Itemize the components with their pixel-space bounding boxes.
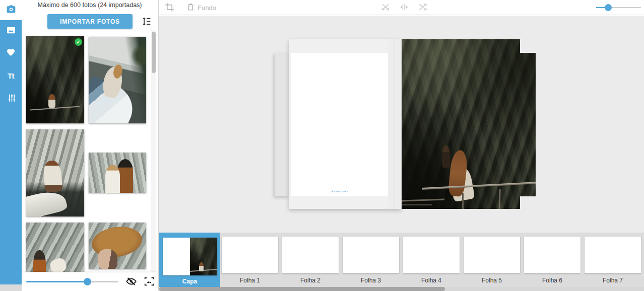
sidebar-tab-adjust[interactable] [0,87,22,109]
camera-icon [6,4,16,16]
layout-tools [380,2,428,14]
slider-fill [26,281,87,282]
flip-horizontal-icon[interactable] [399,2,409,14]
photo-used-check-icon: ✓ [75,38,82,46]
page-label: Folha 3 [343,277,399,284]
icon-sidebar: Tt [0,0,22,291]
cover-photo-lower-railing [402,204,432,205]
filmstrip-page-folha-7[interactable]: Folha 7 [585,233,641,284]
sidebar-tab-text[interactable]: Tt [0,64,22,87]
page-label: Folha 1 [222,277,278,284]
back-cover-page[interactable]: dreambooks [289,39,402,209]
cover-wrap-left-edge [275,53,289,196]
sidebar-tab-favorites[interactable] [0,42,22,64]
sidebar-tab-layouts[interactable] [0,20,22,42]
cover-photo-lower-railing [402,199,444,202]
photo-panel-bottom-bar [22,272,158,291]
filmstrip-page-folha-2[interactable]: Folha 2 [282,233,339,284]
cover-photo-man [442,145,450,168]
page-label: Folha 7 [585,277,641,284]
cover-photo-railing [422,182,538,190]
scrollbar-thumb[interactable] [152,32,156,73]
page-thumbnail[interactable] [343,237,399,273]
page-thumbnail[interactable] [282,237,339,273]
filmstrip-page-folha-1[interactable]: Folha 1 [222,233,278,284]
filmstrip-scrollbar [159,287,644,291]
editor-canvas[interactable]: dreambooks [159,16,644,233]
page-thumbnail[interactable] [585,237,641,273]
text-icon: Tt [8,71,14,80]
photobook-editor: Tt Máximo de 600 fotos (24 importadas) I… [0,0,644,291]
thumbnail-size-slider[interactable] [26,281,118,282]
filmstrip-page-folha-5[interactable]: Folha 5 [464,233,520,284]
slider-knob[interactable] [84,278,91,285]
editor-toolbar: Fundo [159,0,644,15]
photo-thumbnail-2[interactable] [89,37,146,123]
filmstrip-page-folha-6[interactable]: Folha 6 [524,233,581,284]
remove-background-button[interactable]: Fundo [186,2,216,13]
page-thumbnail[interactable] [222,237,278,273]
eye-off-icon [125,281,137,288]
picture-icon [6,25,16,37]
tune-icon [5,93,17,103]
book-spine [388,39,402,209]
cover-photo-railing-post [498,189,500,209]
page-label: Folha 6 [524,277,581,284]
photo-panel: Máximo de 600 fotos (24 importadas) IMPO… [22,0,158,291]
shuffle-icon[interactable] [418,2,428,14]
back-cover-white-area: dreambooks [291,53,388,196]
page-label: Folha 5 [464,277,520,284]
hide-used-photos-button[interactable] [125,276,137,287]
page-thumbnail[interactable] [403,237,460,273]
image-frame-icon [144,281,155,288]
cover-thumb-photo [190,238,217,275]
filmstrip-page-capa[interactable]: Capa [159,233,220,287]
swap-diagonal-icon[interactable] [380,2,391,14]
photo-grid: ✓ [22,0,158,291]
photo-thumbnail-1[interactable]: ✓ [26,36,84,123]
crop-icon[interactable] [165,3,174,14]
sidebar-blue-strip: Tt [0,20,22,284]
page-thumbnail[interactable] [524,237,581,273]
page-label: Folha 4 [403,277,460,284]
filmstrip: CapaFolha 1Folha 2Folha 3Folha 4Folha 5F… [159,233,644,287]
photo-thumbnail-3[interactable] [26,129,84,216]
photo-thumbnail-4[interactable] [89,153,146,193]
sidebar-tab-photos[interactable] [0,0,22,20]
cover-photo-railing-post [462,193,464,209]
zoom-slider[interactable] [596,7,641,8]
brand-text: dreambooks [309,189,370,193]
photo-panel-scrollbar [151,30,156,272]
photo-thumbnail-6[interactable] [89,223,146,269]
page-thumbnail[interactable] [163,238,217,275]
page-label: Capa [159,278,220,285]
filmstrip-page-folha-4[interactable]: Folha 4 [403,233,460,284]
filmstrip-page-folha-3[interactable]: Folha 3 [343,233,399,284]
filmstrip-scrollbar-thumb[interactable] [159,287,445,291]
page-thumbnail[interactable] [464,237,520,273]
trash-icon [186,2,195,13]
heart-icon [6,48,16,59]
page-label: Folha 2 [282,277,339,284]
background-label: Fundo [198,4,216,12]
cover-thumb-back [163,238,190,275]
autofill-photos-button[interactable] [143,276,155,287]
cover-photo[interactable] [402,39,536,209]
zoom-slider-knob[interactable] [605,4,612,11]
